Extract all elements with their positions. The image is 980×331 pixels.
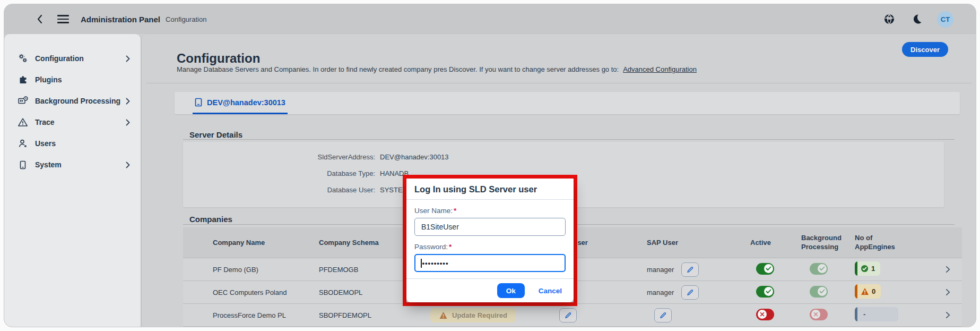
warning-icon: [439, 311, 448, 319]
annotation-highlight-box: Log In using SLD Server user User Name:*…: [403, 175, 577, 306]
username-label: User Name:*: [414, 207, 566, 215]
server-field-row: SldServerAddress: DEV@hanadev:30013: [183, 149, 944, 165]
edit-user-button[interactable]: [559, 308, 577, 322]
sidebar-item-label: Configuration: [35, 54, 126, 63]
menu-button[interactable]: [57, 15, 69, 23]
col-header-company-name: Company Name: [213, 239, 319, 247]
sidebar-item-trace[interactable]: Trace: [4, 112, 141, 133]
company-name-cell: OEC Computers Poland: [213, 288, 319, 296]
warning-triangle-icon: [17, 117, 29, 128]
sidebar-item-label: Background Processing: [35, 97, 126, 105]
topbar-left: Administration Panel Configuration: [32, 12, 206, 27]
active-toggle-off[interactable]: [756, 309, 774, 320]
sidebar-item-label: Trace: [35, 118, 126, 126]
description-text: Manage Database Servers and Companies. I…: [177, 65, 619, 73]
active-toggle-on[interactable]: [756, 286, 774, 298]
sidebar: Configuration Plugins Ba: [4, 34, 141, 327]
company-name-cell: PF Demo (GB): [213, 266, 319, 274]
menu-icon: [57, 15, 69, 16]
required-marker: *: [449, 243, 452, 251]
sap-user-cell: manager: [647, 285, 744, 300]
row-chevron-icon[interactable]: [946, 311, 950, 319]
update-required-badge: Update Required: [430, 308, 516, 322]
app-window: Administration Panel Configuration CT: [0, 0, 980, 331]
globe-icon[interactable]: [882, 12, 897, 27]
gears-icon: [17, 53, 29, 64]
back-button[interactable]: [32, 12, 47, 27]
app-engines-badge: 0: [855, 284, 881, 299]
chevron-right-icon: [126, 162, 130, 168]
tab-dev-hanadev[interactable]: DEV@hanadev:30013: [193, 92, 288, 114]
background-processing-icon: [17, 96, 29, 106]
advanced-configuration-link[interactable]: Advanced Configuration: [623, 65, 697, 73]
active-toggle-on[interactable]: [756, 263, 774, 275]
dark-mode-moon-icon[interactable]: [909, 12, 924, 27]
chevron-right-icon: [126, 119, 130, 126]
password-input[interactable]: •••••••••: [414, 254, 566, 272]
col-header-app-engines: No of AppEngines: [851, 234, 904, 251]
cancel-button[interactable]: Cancel: [539, 287, 562, 295]
server-details-heading: Server Details: [189, 130, 242, 139]
server-tabstrip: DEV@hanadev:30013: [175, 92, 960, 114]
field-label: Database User:: [183, 186, 375, 194]
server-tab-label: DEV@hanadev:30013: [207, 98, 285, 107]
sidebar-item-users[interactable]: Users: [4, 133, 141, 154]
col-header-background-processing: Background Processing: [792, 234, 851, 251]
company-name-cell: ProcessForce Demo PL: [213, 311, 319, 319]
app-title: Administration Panel: [81, 15, 160, 24]
sidebar-item-background-processing[interactable]: Background Processing: [4, 90, 141, 112]
row-chevron-icon[interactable]: [946, 288, 950, 296]
user-avatar[interactable]: CT: [937, 11, 953, 28]
sap-user-value: manager: [647, 288, 674, 296]
app-engines-cell: -: [851, 307, 904, 323]
background-processing-toggle-disabled: [810, 263, 828, 275]
edit-sap-user-button[interactable]: [681, 285, 699, 300]
page-description: Manage Database Servers and Companies. I…: [177, 65, 697, 73]
ok-button[interactable]: Ok: [497, 283, 525, 298]
topbar-right: CT: [882, 11, 953, 28]
warning-icon: [861, 287, 869, 295]
background-processing-cell: [792, 263, 851, 276]
puzzle-icon: [17, 75, 29, 85]
user-cell: Update Required: [430, 308, 647, 322]
username-input[interactable]: [414, 218, 566, 236]
col-header-active: Active: [744, 239, 792, 247]
discover-button[interactable]: Discover: [902, 42, 948, 57]
sidebar-item-label: System: [35, 160, 126, 169]
password-label: Password:*: [414, 243, 566, 251]
username-input-field[interactable]: [420, 222, 560, 232]
server-tab-icon: [195, 98, 202, 107]
dialog-footer: Ok Cancel: [406, 278, 574, 302]
app-engines-badge: -: [855, 307, 898, 321]
app-subtitle: Configuration: [166, 15, 206, 23]
chevron-right-icon: [126, 98, 130, 105]
sap-user-cell: [647, 308, 744, 322]
app-engines-badge: 1: [855, 261, 880, 276]
company-schema-cell: SBOPFDEMOPL: [319, 311, 430, 319]
background-processing-cell: [792, 309, 851, 322]
app-engines-cell: 0: [851, 284, 904, 300]
edit-sap-user-button[interactable]: [681, 262, 699, 277]
active-cell: [744, 263, 792, 276]
server-details-divider: [183, 139, 955, 140]
dialog-header: Log In using SLD Server user: [406, 179, 574, 200]
field-label: Database Type:: [183, 169, 375, 177]
dialog-body: User Name:* Password:* •••••••••: [406, 200, 574, 278]
sidebar-item-configuration[interactable]: Configuration: [4, 48, 141, 69]
table-row-processforce-demo-pl[interactable]: ProcessForce Demo PL SBOPFDEMOPL Update …: [183, 304, 962, 327]
col-header-sap-user: SAP User: [647, 239, 744, 247]
sidebar-item-plugins[interactable]: Plugins: [4, 69, 141, 90]
field-value: DEV@hanadev:30013: [380, 153, 449, 161]
background-processing-cell: [792, 286, 851, 299]
page-title: Configuration: [177, 51, 260, 66]
dialog-title: Log In using SLD Server user: [414, 184, 537, 194]
background-processing-toggle-disabled: [810, 286, 828, 298]
companies-heading: Companies: [189, 215, 232, 224]
user-icon: [17, 139, 29, 149]
password-masked-value: •••••••••: [422, 259, 449, 267]
edit-sap-user-button[interactable]: [654, 308, 672, 322]
chevron-right-icon: [126, 55, 130, 62]
row-chevron-icon[interactable]: [946, 266, 950, 273]
login-dialog: Log In using SLD Server user User Name:*…: [406, 179, 574, 302]
sidebar-item-system[interactable]: System: [4, 154, 141, 175]
